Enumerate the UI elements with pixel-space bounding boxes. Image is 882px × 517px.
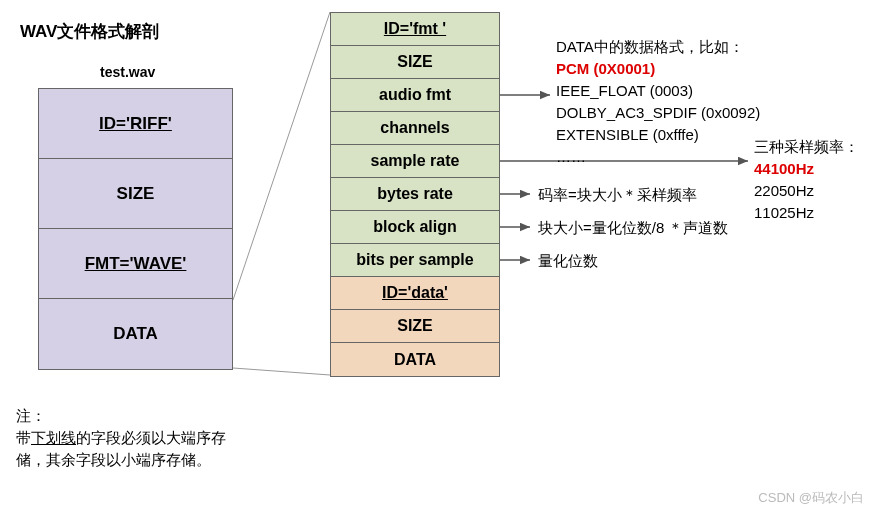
format-list: DATA中的数据格式，比如： PCM (0X0001) IEEE_FLOAT (… — [556, 36, 760, 168]
bits-annotation: 量化位数 — [538, 252, 598, 271]
format-pcm: PCM (0X0001) — [556, 58, 760, 80]
block-align-cell: block align — [331, 211, 499, 244]
riff-id-cell: ID='RIFF' — [39, 89, 232, 159]
data-data-cell: DATA — [331, 343, 499, 376]
data-size-cell: SIZE — [331, 310, 499, 343]
svg-line-1 — [233, 368, 330, 375]
svg-line-0 — [233, 12, 330, 300]
sr-header: 三种采样频率： — [754, 136, 859, 158]
channels-cell: channels — [331, 112, 499, 145]
format-header: DATA中的数据格式，比如： — [556, 36, 760, 58]
format-ieee: IEEE_FLOAT (0003) — [556, 80, 760, 102]
watermark: CSDN @码农小白 — [758, 489, 864, 507]
endianness-note: 注： 带下划线的字段必须以大端序存储，其余字段以小端序存储。 — [16, 405, 246, 471]
riff-data-cell: DATA — [39, 299, 232, 369]
bits-per-sample-cell: bits per sample — [331, 244, 499, 277]
fmt-id-cell: ID='fmt ' — [331, 13, 499, 46]
diagram-title: WAV文件格式解剖 — [20, 20, 159, 43]
filename-label: test.wav — [100, 64, 155, 80]
bytes-rate-annotation: 码率=块大小＊采样频率 — [538, 186, 697, 205]
note-line1: 注： — [16, 407, 46, 424]
audio-fmt-cell: audio fmt — [331, 79, 499, 112]
riff-fmt-cell: FMT='WAVE' — [39, 229, 232, 299]
format-dolby: DOLBY_AC3_SPDIF (0x0092) — [556, 102, 760, 124]
sample-rate-cell: sample rate — [331, 145, 499, 178]
note-line2a: 带 — [16, 429, 31, 446]
riff-chunk-box: ID='RIFF' SIZE FMT='WAVE' DATA — [38, 88, 233, 370]
sr-44100: 44100Hz — [754, 158, 859, 180]
format-ext: EXTENSIBLE (0xfffe) — [556, 124, 760, 146]
riff-size-cell: SIZE — [39, 159, 232, 229]
sr-11025: 11025Hz — [754, 202, 859, 224]
block-align-annotation: 块大小=量化位数/8 ＊声道数 — [538, 219, 728, 238]
format-more: …… — [556, 146, 760, 168]
bytes-rate-cell: bytes rate — [331, 178, 499, 211]
fmt-size-cell: SIZE — [331, 46, 499, 79]
sample-rate-list: 三种采样频率： 44100Hz 22050Hz 11025Hz — [754, 136, 859, 224]
data-id-cell: ID='data' — [331, 277, 499, 310]
fmt-chunk-box: ID='fmt ' SIZE audio fmt channels sample… — [330, 12, 500, 377]
note-line2b: 下划线 — [31, 429, 76, 446]
sr-22050: 22050Hz — [754, 180, 859, 202]
